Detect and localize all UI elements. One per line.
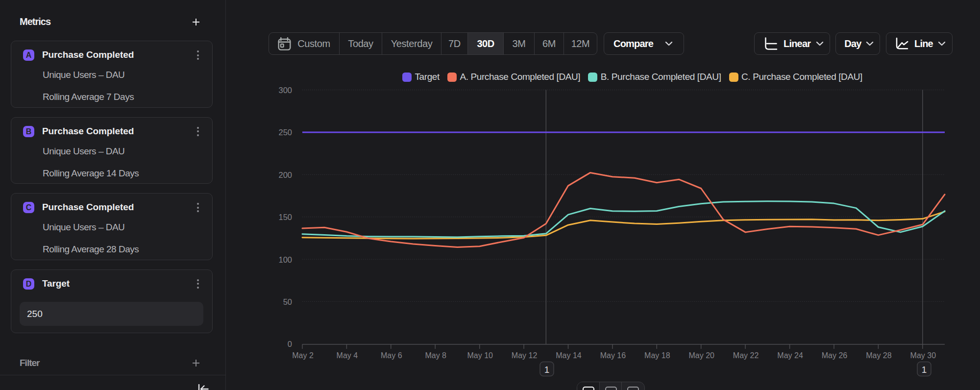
svg-text:200: 200 — [278, 171, 292, 179]
svg-text:May 14: May 14 — [556, 351, 582, 360]
svg-text:0: 0 — [288, 340, 292, 348]
svg-text:May 12: May 12 — [512, 351, 538, 360]
svg-text:May 8: May 8 — [425, 351, 446, 360]
svg-text:150: 150 — [278, 213, 292, 221]
svg-text:May 10: May 10 — [467, 351, 493, 360]
svg-text:100: 100 — [278, 255, 292, 264]
svg-text:May 4: May 4 — [337, 351, 358, 360]
svg-text:May 20: May 20 — [688, 351, 714, 360]
svg-text:May 16: May 16 — [600, 351, 626, 360]
svg-text:May 24: May 24 — [777, 351, 803, 360]
svg-text:May 2: May 2 — [292, 351, 314, 360]
svg-text:May 6: May 6 — [381, 351, 402, 360]
svg-text:May 22: May 22 — [733, 351, 759, 360]
svg-text:1: 1 — [922, 365, 927, 375]
svg-text:May 26: May 26 — [822, 351, 848, 360]
svg-text:May 28: May 28 — [866, 351, 892, 360]
svg-text:50: 50 — [283, 297, 292, 306]
svg-text:250: 250 — [278, 128, 292, 137]
svg-text:300: 300 — [278, 86, 292, 95]
svg-text:1: 1 — [544, 365, 550, 375]
svg-text:May 30: May 30 — [910, 351, 936, 360]
svg-text:May 18: May 18 — [644, 351, 670, 360]
